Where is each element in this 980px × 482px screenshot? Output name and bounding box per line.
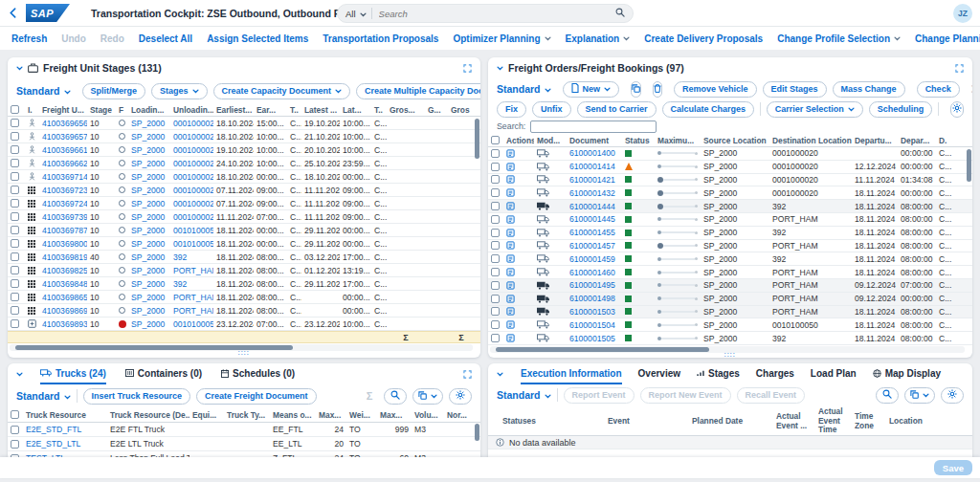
column-header[interactable]: Statuses (500, 415, 605, 427)
select-all-cell[interactable] (8, 410, 23, 419)
unloading-location-link[interactable]: PORT_HAM (173, 266, 213, 275)
document-link[interactable]: 6100001459 (569, 254, 615, 264)
column-header[interactable]: Truck Resource (23, 410, 107, 420)
tab-execution-information[interactable]: Execution Information (521, 363, 622, 384)
row-checkbox[interactable] (491, 202, 500, 210)
column-header[interactable]: Source Location (701, 136, 769, 145)
freight-unit-link[interactable]: 4100369723 (42, 186, 87, 195)
create-freight-document-button[interactable]: Create Freight Document (196, 388, 317, 405)
loading-location-link[interactable]: SP_2000 (131, 226, 165, 235)
loading-location-link[interactable]: SP_2000 (131, 306, 165, 316)
truck-resource-link[interactable]: E2E_STD_FTL (26, 425, 81, 434)
row-checkbox[interactable] (11, 132, 19, 141)
actions-icon[interactable] (506, 281, 515, 290)
freight-unit-stage-row[interactable]: 410036982510SP_2000PORT_HAM18.11.202408:… (8, 264, 480, 277)
column-header[interactable]: G... (425, 105, 448, 115)
row-checkbox[interactable] (11, 440, 19, 449)
loading-location-link[interactable]: SP_2000 (131, 186, 165, 195)
actions-icon[interactable] (506, 163, 515, 171)
column-header[interactable]: I. (25, 105, 39, 115)
select-all-checkbox[interactable] (11, 410, 19, 419)
actions-icon[interactable] (506, 268, 515, 276)
unloading-location-link[interactable]: 0001000020 (173, 119, 213, 128)
resize-grip[interactable]: ∷∷ (8, 351, 480, 357)
loading-location-link[interactable]: SP_2000 (131, 119, 165, 128)
select-all-cell[interactable] (488, 136, 503, 144)
freight-unit-stage-row[interactable]: 410036973910SP_2000000100002011.11.20240… (8, 210, 480, 224)
freight-unit-link[interactable]: 4100369661 (42, 145, 87, 155)
row-checkbox[interactable] (11, 199, 19, 208)
row-checkbox[interactable] (11, 279, 19, 288)
column-header[interactable]: Maximu... (655, 136, 701, 145)
vertical-scrollbar[interactable] (967, 147, 971, 356)
avatar[interactable]: JZ (953, 4, 972, 23)
loading-location-link[interactable]: SP_2000 (131, 319, 165, 329)
freight-unit-stage-row[interactable]: 410036972410SP_2000000100002007.11.20240… (8, 197, 480, 210)
fix-button[interactable]: Fix (497, 101, 526, 118)
edit-stages-button[interactable]: Edit Stages (763, 81, 827, 98)
freight-unit-stage-row[interactable]: 410036984810SP_200039218.11.202408:00...… (8, 277, 480, 291)
resize-grip[interactable]: ∷∷ (488, 353, 972, 358)
column-header[interactable]: Document (567, 136, 622, 145)
expand-panel-icon[interactable] (463, 370, 472, 379)
freight-unit-stage-row[interactable]: 410036965710SP_2000000100002018.10.20241… (8, 130, 480, 143)
row-checkbox[interactable] (491, 334, 500, 342)
unloading-location-link[interactable]: 0010100050 (173, 226, 213, 235)
freight-unit-stage-row[interactable]: 410036989310SP_2000001010005023.12.20240… (8, 318, 480, 331)
document-link[interactable]: 6100001495 (569, 280, 615, 290)
actions-icon[interactable] (506, 188, 515, 197)
actions-icon[interactable] (506, 175, 515, 184)
freight-unit-link[interactable]: 4100369893 (42, 319, 87, 329)
freight-unit-link[interactable]: 4100369724 (42, 199, 87, 208)
unloading-location-link[interactable]: 0001000020 (173, 145, 213, 155)
column-header[interactable]: Wei... (346, 410, 377, 420)
table-search-button[interactable] (384, 388, 407, 405)
freight-order-row[interactable]: 6100001459SP_200039218.11.202408:00:00C.… (488, 252, 972, 266)
column-header[interactable]: Earliest... (213, 105, 254, 115)
stages-button[interactable]: Stages (151, 83, 208, 99)
freight-unit-link[interactable]: 4100369656 (42, 119, 87, 128)
freight-unit-stage-row[interactable]: 410036986510SP_2000PORT_HAM18.11.202408:… (8, 291, 480, 304)
column-header[interactable]: Latest ... (301, 105, 340, 115)
tab-load-plan[interactable]: Load Plan (811, 363, 857, 384)
delete-button[interactable] (653, 81, 662, 98)
freight-unit-stage-row[interactable]: 410036965610SP_2000000100002018.10.20241… (8, 117, 480, 130)
document-link[interactable]: 6100001460 (569, 268, 615, 277)
settings-button[interactable] (950, 101, 964, 118)
freight-order-row[interactable]: 6100001460SP_2000PORT_HAM18.11.202408:00… (488, 266, 972, 279)
unloading-location-link[interactable]: 0001000020 (173, 172, 213, 182)
toolbar-link-create-delivery-proposals[interactable]: Create Delivery Proposals (644, 33, 763, 44)
document-link[interactable]: 6100001504 (569, 320, 615, 330)
toolbar-link-transportation-proposals[interactable]: Transportation Proposals (323, 33, 438, 44)
column-header[interactable]: Loadin... (128, 105, 170, 115)
unloading-location-link[interactable]: PORT_HAM (173, 306, 213, 316)
freight-order-row[interactable]: 6100001457SP_2000PORT_HAM18.11.202408:00… (488, 240, 972, 253)
toolbar-link-optimizer-planning[interactable]: Optimizer Planning (453, 33, 550, 44)
column-header[interactable]: Ear... (254, 105, 287, 115)
column-header[interactable]: Destination Location (769, 136, 852, 145)
freight-order-row[interactable]: 6100001498SP_2000PORT_HAM09.12.202400:00… (488, 293, 972, 306)
freight-unit-stage-row[interactable]: 410036972310SP_2000000100002007.11.20240… (8, 184, 480, 197)
unloading-location-link[interactable]: 392 (173, 279, 187, 289)
tab-containers-0-[interactable]: Containers (0) (125, 363, 202, 384)
document-link[interactable]: 6100001457 (569, 241, 615, 251)
freight-unit-stage-row[interactable]: 410036971410SP_2000000100002018.10.20240… (8, 170, 480, 184)
row-checkbox[interactable] (491, 281, 500, 290)
vertical-scrollbar[interactable] (475, 117, 479, 346)
column-header[interactable]: Truck Ty... (224, 410, 270, 420)
column-header[interactable]: F (116, 105, 128, 115)
freight-unit-stage-row[interactable]: 410036980010SP_2000001010005018.11.20240… (8, 237, 480, 251)
scrollbar-thumb[interactable] (475, 424, 479, 441)
row-checkbox[interactable] (491, 163, 500, 171)
freight-unit-stage-row[interactable]: 410036966210SP_2000000100002024.10.20241… (8, 157, 480, 170)
tab-charges[interactable]: Charges (756, 363, 794, 384)
select-all-checkbox[interactable] (11, 105, 19, 114)
freight-order-row[interactable]: 6100001414SP_2000000100002012.12.202400:… (488, 161, 972, 174)
unloading-location-link[interactable]: 0001000020 (173, 159, 213, 168)
view-select[interactable]: Standard (497, 389, 551, 401)
column-header[interactable]: Means o... (270, 410, 316, 420)
search-input[interactable] (377, 8, 611, 20)
loading-location-link[interactable]: SP_2000 (131, 132, 165, 142)
freight-unit-stage-row[interactable]: 410036978710SP_2000001010005018.11.20240… (8, 224, 480, 237)
scrollbar-thumb[interactable] (496, 347, 709, 352)
